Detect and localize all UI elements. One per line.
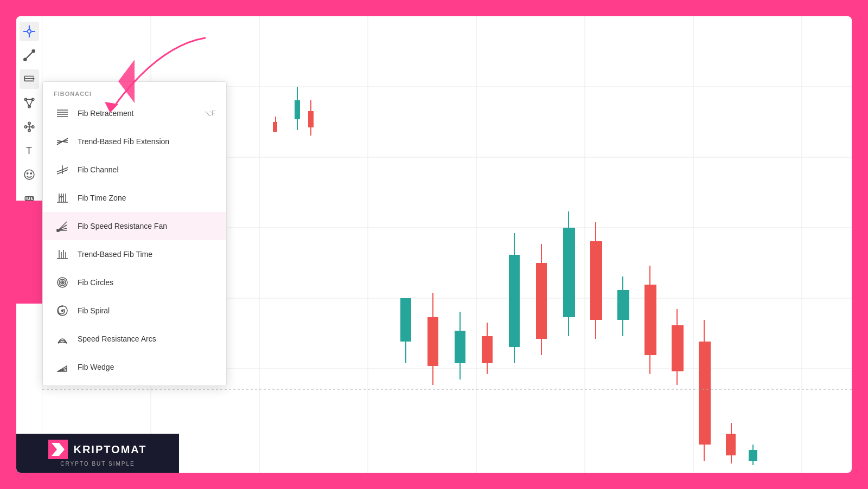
emoji-tool[interactable]	[20, 165, 39, 184]
fib-spiral-icon	[54, 302, 71, 319]
fib-spiral-label: Fib Spiral	[78, 306, 215, 315]
kriptomat-brand: KRIPTOMAT	[73, 443, 146, 456]
svg-rect-94	[726, 434, 736, 455]
dropdown-section-title: FIBONACCI	[43, 86, 226, 99]
svg-rect-67	[482, 336, 493, 363]
svg-rect-56	[273, 122, 277, 132]
svg-rect-70	[509, 255, 520, 347]
svg-point-12	[33, 78, 34, 79]
trend-line-tool[interactable]	[20, 46, 39, 65]
svg-rect-79	[590, 241, 602, 320]
fib-spiral-item[interactable]: Fib Spiral	[43, 297, 226, 325]
svg-point-132	[62, 282, 63, 283]
speed-resistance-arcs-label: Speed Resistance Arcs	[78, 334, 215, 343]
fib-speed-resistance-fan-label: Fib Speed Resistance Fan	[78, 222, 215, 230]
fib-retracement-icon	[54, 105, 71, 122]
fib-retracement-shortcut: ⌥F	[204, 110, 215, 117]
fib-circles-label: Fib Circles	[78, 278, 215, 287]
speed-resistance-arcs-icon	[54, 330, 71, 348]
fib-retracement-item[interactable]: Fib Retracement ⌥F	[43, 99, 226, 127]
fib-channel-label: Fib Channel	[78, 165, 215, 174]
text-tool[interactable]: T	[20, 141, 39, 160]
crosshair-tool[interactable]	[20, 22, 39, 41]
trend-based-fib-extension-icon	[54, 133, 71, 150]
fib-time-zone-item[interactable]: Fib Time Zone	[43, 184, 226, 212]
measure-tool[interactable]	[20, 117, 39, 137]
logo-inner: KRIPTOMAT	[48, 440, 146, 459]
svg-rect-85	[644, 285, 656, 355]
svg-line-18	[29, 99, 33, 106]
svg-marker-137	[52, 443, 65, 456]
svg-rect-53	[308, 111, 314, 127]
svg-rect-50	[295, 100, 300, 119]
svg-rect-91	[699, 342, 711, 445]
svg-point-27	[30, 173, 31, 174]
fib-wedge-icon	[54, 358, 71, 376]
main-frame: T	[16, 16, 852, 473]
svg-point-25	[24, 170, 34, 179]
svg-rect-64	[455, 331, 465, 363]
svg-line-7	[25, 51, 33, 59]
svg-rect-58	[400, 298, 411, 342]
pattern-tool[interactable]	[20, 93, 39, 113]
svg-rect-88	[672, 325, 684, 371]
svg-rect-73	[536, 263, 547, 339]
fib-wedge-item[interactable]: Fib Wedge	[43, 353, 226, 381]
kriptomat-tagline: CRYPTO BUT SIMPLE	[60, 461, 135, 467]
fib-channel-icon	[54, 161, 71, 178]
svg-point-0	[27, 30, 31, 34]
kriptomat-k-icon	[48, 440, 68, 459]
fib-speed-resistance-fan-item[interactable]: Fib Speed Resistance Fan	[43, 212, 226, 240]
svg-rect-97	[749, 450, 757, 461]
svg-rect-61	[427, 317, 438, 366]
trend-based-fib-time-icon	[54, 246, 71, 263]
fib-time-zone-label: Fib Time Zone	[78, 194, 215, 202]
svg-point-26	[27, 173, 28, 174]
fib-retracement-label: Fib Retracement	[78, 109, 204, 118]
fib-time-zone-icon	[54, 189, 71, 207]
speed-resistance-arcs-item[interactable]: Speed Resistance Arcs	[43, 325, 226, 353]
fib-channel-item[interactable]: Fib Channel	[43, 156, 226, 184]
svg-rect-123	[57, 229, 59, 231]
svg-point-134	[62, 310, 63, 312]
fibonacci-tool[interactable]	[20, 69, 39, 89]
trend-based-fib-time-item[interactable]: Trend-Based Fib Time	[43, 240, 226, 268]
svg-rect-76	[563, 228, 575, 317]
trend-based-fib-extension-item[interactable]: Trend-Based Fib Extension	[43, 127, 226, 156]
fib-circles-item[interactable]: Fib Circles	[43, 268, 226, 297]
trend-based-fib-time-label: Trend-Based Fib Time	[78, 250, 215, 259]
trend-based-fib-extension-label: Trend-Based Fib Extension	[78, 137, 215, 146]
fib-speed-resistance-fan-icon	[54, 217, 71, 235]
fib-circles-icon	[54, 274, 71, 291]
fib-wedge-label: Fib Wedge	[78, 363, 215, 371]
svg-rect-82	[617, 290, 629, 320]
fibonacci-dropdown: FIBONACCI Fib Retracement ⌥F	[42, 81, 227, 386]
kriptomat-logo-bar: KRIPTOMAT CRYPTO BUT SIMPLE	[16, 434, 179, 473]
svg-line-17	[25, 99, 29, 106]
